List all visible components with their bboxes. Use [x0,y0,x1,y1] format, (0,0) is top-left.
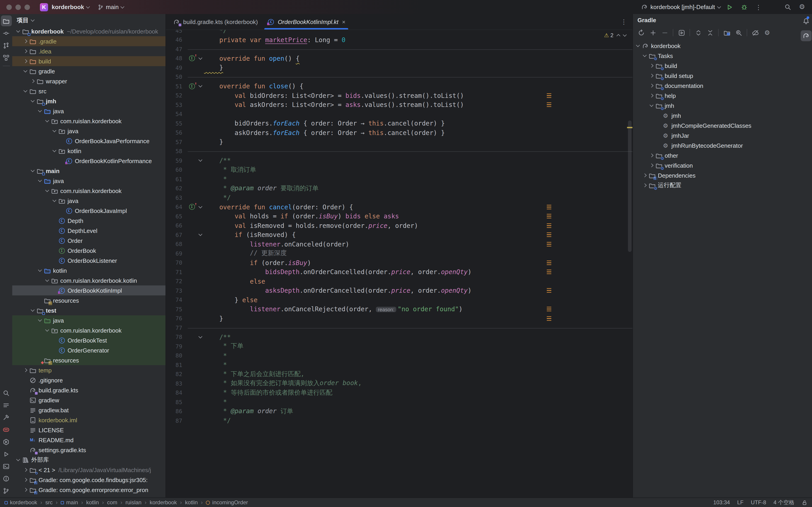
project-tree-row[interactable]: COrderBookJavaPerformance [12,136,165,146]
line-number[interactable]: 53 [166,102,187,108]
project-tree-row[interactable]: < 21 >/Library/Java/JavaVirtualMachines/… [12,465,165,475]
code-line[interactable]: 71 bidsDepth.onOrderCancelled(order.pric… [166,267,632,277]
chevron-right-icon[interactable] [22,489,29,491]
settings-button[interactable]: ⚙ [762,27,772,38]
line-number[interactable]: 74 [166,296,187,303]
debug-button[interactable] [739,2,750,12]
minimize-window-button[interactable] [15,4,21,10]
breadcrumb-item[interactable]: src [45,499,53,506]
chevron-down-icon[interactable] [648,104,655,107]
chevron-down-icon[interactable] [44,279,50,282]
project-tree-row[interactable]: kotlin [12,146,165,156]
chevron-down-icon[interactable] [642,54,648,57]
chevron-right-icon[interactable] [642,184,648,187]
line-number[interactable]: 82 [166,371,187,378]
code-line[interactable]: 85 * [166,397,632,407]
project-tree-row[interactable]: com.ruislan.korderbook.kotlin [12,276,165,285]
pull-requests-button[interactable] [1,40,11,51]
previous-problem-button[interactable] [617,34,620,38]
breadcrumb-item[interactable]: korderbook [150,499,177,506]
code-line[interactable]: 83 * 如果没有完全把订单填满则放入order book, [166,379,632,388]
code-line[interactable]: 87 */ [166,416,632,425]
code-line[interactable]: 60 * 取消订单 [166,165,632,174]
run-configuration-selector[interactable]: korderbook [jmh]-Default [641,4,720,10]
line-number[interactable]: 81 [166,361,187,369]
breadcrumb-item[interactable]: incomingOrder [206,499,248,506]
run-button[interactable] [724,2,735,12]
line-number[interactable]: 56 [166,129,187,136]
chevron-right-icon[interactable] [22,478,29,481]
branch-selector[interactable]: main [97,4,123,10]
code-line[interactable]: 69 // 更新深度 [166,249,632,258]
code-line[interactable]: 61 * [166,174,632,184]
line-number[interactable]: 45 [166,30,187,34]
line-number[interactable]: 72 [166,278,187,285]
indent-setting[interactable]: 4 个空格 [773,499,794,506]
fold-icon[interactable] [199,158,202,162]
line-number[interactable]: 49 [166,64,187,71]
line-number[interactable]: 65 [166,213,187,220]
line-number[interactable]: 50 [166,74,187,80]
chevron-down-icon[interactable] [30,100,36,102]
run-button[interactable] [1,449,11,459]
close-icon[interactable]: × [342,18,346,25]
fold-icon[interactable] [199,83,202,88]
chevron-down-icon[interactable] [22,70,29,72]
line-number[interactable]: 57 [166,138,187,146]
override-marker-icon[interactable]: I [189,204,195,210]
code-line[interactable]: 55 bidOrders.forEach { order: Order → th… [166,119,632,128]
code-line[interactable]: 80 * [166,351,632,360]
close-window-button[interactable] [6,4,12,10]
notifications-button[interactable] [801,16,811,27]
chevron-right-icon[interactable] [648,74,655,77]
breadcrumb-item[interactable]: kotlin [86,499,99,506]
project-tree-row[interactable]: CDepthLevel [12,226,165,236]
line-number[interactable]: 68 [166,241,187,247]
project-tree-row[interactable]: src [12,86,165,96]
chevron-down-icon[interactable] [30,309,36,312]
project-tree-row[interactable]: resources [12,355,165,365]
project-tree-row[interactable]: M↓README.md [12,435,165,445]
project-folder-button[interactable] [1,15,11,26]
line-number[interactable]: 63 [166,194,187,201]
line-number[interactable]: 51 [166,83,187,90]
line-number[interactable]: 54 [166,111,187,118]
search-everywhere-button[interactable] [782,2,793,12]
line-number[interactable]: 76 [166,315,187,322]
chevron-right-icon[interactable] [22,468,29,471]
inspection-widget[interactable]: ⚠ 2 [604,32,626,39]
line-number[interactable]: 60 [166,167,187,173]
zoom-window-button[interactable] [24,4,30,10]
gradle-tool-button[interactable] [801,31,811,41]
code-line[interactable]: 46 private var marketPrice: Long = 0 [166,35,632,44]
editor-tab[interactable]: build.gradle.kts (korderbook) [168,14,262,30]
services-button[interactable] [1,436,11,447]
project-tree-row[interactable]: korderbook.iml [12,415,165,425]
commit-button[interactable] [1,27,11,39]
chevron-down-icon[interactable] [51,150,58,152]
line-number[interactable]: 79 [166,343,187,350]
remove-button[interactable] [659,27,670,38]
line-number[interactable]: 59 [166,157,187,164]
code-line[interactable]: 53 val askOrders: List<Order> = asks.val… [166,100,632,109]
line-number[interactable]: 86 [166,408,187,415]
chevron-right-icon[interactable] [22,369,29,372]
line-number[interactable]: 52 [166,92,187,99]
events-button[interactable] [1,473,11,484]
chevron-down-icon[interactable] [44,120,50,122]
add-button[interactable] [648,27,658,38]
structure-button[interactable] [1,52,11,63]
code-line[interactable]: 73 asksDepth.onOrderCancelled(order.pric… [166,286,632,295]
project-tree-row[interactable]: korderbook~/Develop/code/ruislan/korderb… [12,26,165,36]
code-line[interactable]: 75 listener.onCancelRejected(order, reas… [166,304,632,314]
code-line[interactable]: 79 * 下单 [166,342,632,351]
project-tree-row[interactable]: gradlew [12,395,165,405]
line-number[interactable]: 78 [166,334,187,340]
chevron-right-icon[interactable] [648,84,655,87]
line-number[interactable]: 64 [166,204,187,211]
chevron-down-icon[interactable] [51,129,58,132]
more-actions-button[interactable]: ⋮ [753,2,764,12]
gradle-task-row[interactable]: ⚙jmhJar [633,130,800,140]
line-number[interactable]: 62 [166,185,187,192]
project-tree-row[interactable]: temp [12,365,165,375]
